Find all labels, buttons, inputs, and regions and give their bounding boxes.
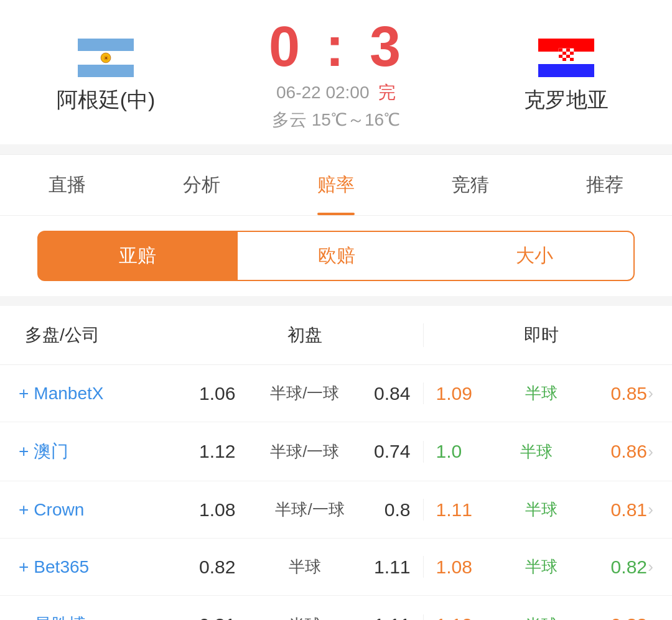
header-initial: 初盘 [187, 323, 423, 347]
realtime-right-crown: 0.81 [611, 499, 647, 521]
table-row: + Crown 1.08 半球/一球 0.8 1.11 半球 0.81 › [0, 481, 672, 539]
realtime-cell-macau[interactable]: 1.0 半球 0.86 › [423, 441, 660, 463]
match-status: 完 [378, 83, 396, 102]
initial-cell-manbetx: 1.06 半球/一球 0.84 [187, 382, 423, 404]
score-center: 0 : 3 06-22 02:00 完 多云 15℃～16℃ [187, 19, 485, 132]
company-cell-crown[interactable]: + Crown [12, 500, 187, 520]
realtime-cell-bet365[interactable]: 1.08 半球 0.82 › [423, 556, 660, 578]
sub-tab-section: 亚赔 欧赔 大小 [0, 216, 672, 296]
header-company: 多盘/公司 [12, 323, 187, 347]
team-away: 克罗地亚 [485, 36, 647, 114]
score-section: ☀ 阿根廷(中) 0 : 3 06-22 02:00 完 多云 15℃～16℃ [0, 0, 672, 144]
tab-recommend[interactable]: 推荐 [538, 155, 672, 215]
company-cell-yisibo[interactable]: + 易胜博 [12, 613, 187, 620]
initial-mid-yisibo: 半球 [289, 614, 321, 621]
table-header: 多盘/公司 初盘 即时 [0, 306, 672, 365]
initial-cell-yisibo: 0.81 半球 1.11 [187, 614, 423, 621]
svg-rect-22 [566, 58, 570, 61]
realtime-mid-macau: 半球 [520, 441, 553, 463]
match-weather: 多云 15℃～16℃ [272, 108, 400, 132]
realtime-right-yisibo: 0.83 [611, 614, 647, 620]
initial-mid-crown: 半球/一球 [275, 499, 344, 521]
realtime-cell-manbetx[interactable]: 1.09 半球 0.85 › [423, 382, 660, 404]
realtime-right-macau: 0.86 [611, 441, 647, 462]
arrow-icon-yisibo: › [648, 616, 653, 621]
table-row: + 澳门 1.12 半球/一球 0.74 1.0 半球 0.86 › [0, 422, 672, 481]
team-home: ☀ 阿根廷(中) [25, 36, 187, 114]
match-info: 06-22 02:00 完 [276, 81, 396, 104]
realtime-mid-bet365: 半球 [525, 556, 558, 578]
realtime-right-bet365: 0.82 [611, 557, 647, 578]
initial-right-manbetx: 0.84 [374, 383, 410, 404]
initial-right-crown: 0.8 [385, 499, 411, 521]
tab-odds[interactable]: 赔率 [269, 155, 403, 215]
svg-rect-6 [538, 64, 594, 77]
plus-icon: + [19, 442, 29, 461]
sub-tab-asian[interactable]: 亚赔 [37, 231, 238, 281]
realtime-mid-yisibo: 半球 [525, 614, 558, 621]
realtime-mid-crown: 半球 [525, 499, 558, 521]
sub-tab-size[interactable]: 大小 [436, 231, 635, 281]
svg-rect-16 [559, 55, 562, 58]
realtime-mid-manbetx: 半球 [525, 382, 558, 404]
score-away: 3 [370, 16, 403, 78]
plus-icon: + [19, 384, 29, 404]
initial-left-crown: 1.08 [199, 499, 235, 521]
tab-live[interactable]: 直播 [0, 155, 134, 215]
svg-rect-9 [562, 49, 566, 52]
tab-analysis[interactable]: 分析 [134, 155, 269, 215]
tab-navigation: 直播 分析 赔率 竞猜 推荐 [0, 154, 672, 216]
initial-left-macau: 1.12 [199, 441, 235, 462]
company-cell-macau[interactable]: + 澳门 [12, 440, 187, 463]
company-name-crown: Crown [34, 500, 84, 520]
company-name-manbetx: ManbetX [34, 384, 103, 404]
initial-right-macau: 0.74 [374, 441, 410, 462]
svg-text:☀: ☀ [103, 55, 109, 62]
company-name-bet365: Bet365 [34, 557, 89, 577]
company-cell-bet365[interactable]: + Bet365 [12, 557, 187, 577]
initial-cell-macau: 1.12 半球/一球 0.74 [187, 441, 423, 463]
svg-rect-20 [559, 58, 562, 61]
svg-rect-19 [570, 55, 574, 58]
svg-rect-23 [570, 58, 574, 61]
svg-rect-12 [559, 52, 562, 55]
table-row: + ManbetX 1.06 半球/一球 0.84 1.09 半球 0.85 › [0, 365, 672, 422]
initial-right-bet365: 1.11 [374, 557, 410, 578]
initial-cell-crown: 1.08 半球/一球 0.8 [187, 499, 423, 521]
divider-2 [0, 296, 672, 301]
svg-rect-13 [562, 52, 566, 55]
initial-left-manbetx: 1.06 [199, 383, 235, 404]
realtime-cell-yisibo[interactable]: 1.12 半球 0.83 › [423, 614, 660, 621]
table-row: + Bet365 0.82 半球 1.11 1.08 半球 0.82 › [0, 539, 672, 596]
odds-table: 多盘/公司 初盘 即时 + ManbetX 1.06 半球/一球 0.84 1.… [0, 306, 672, 620]
flag-argentina: ☀ [78, 36, 134, 80]
header-realtime: 即时 [423, 323, 660, 347]
divider-1 [0, 144, 672, 149]
realtime-right-manbetx: 0.85 [611, 383, 647, 404]
plus-icon: + [19, 500, 29, 520]
initial-cell-bet365: 0.82 半球 1.11 [187, 556, 423, 578]
score-home: 0 [269, 16, 302, 78]
company-cell-manbetx[interactable]: + ManbetX [12, 384, 187, 404]
initial-mid-bet365: 半球 [289, 556, 321, 578]
initial-right-yisibo: 1.11 [374, 614, 410, 620]
flag-croatia [538, 36, 594, 80]
sub-tab-european[interactable]: 欧赔 [238, 231, 436, 281]
initial-left-yisibo: 0.81 [199, 614, 235, 620]
company-name-macau: 澳门 [34, 440, 68, 463]
realtime-left-yisibo: 1.12 [436, 614, 472, 620]
initial-left-bet365: 0.82 [199, 557, 235, 578]
arrow-icon-crown: › [648, 500, 653, 519]
svg-rect-11 [570, 49, 574, 52]
tab-guess[interactable]: 竞猜 [403, 155, 538, 215]
initial-mid-manbetx: 半球/一球 [270, 382, 339, 404]
realtime-cell-crown[interactable]: 1.11 半球 0.81 › [423, 499, 660, 521]
plus-icon: + [19, 615, 29, 620]
realtime-left-manbetx: 1.09 [436, 383, 472, 404]
svg-rect-10 [566, 49, 570, 52]
team-away-name: 克罗地亚 [524, 86, 609, 114]
score-display: 0 : 3 [269, 19, 403, 75]
svg-rect-8 [559, 49, 562, 52]
company-name-yisibo: 易胜博 [34, 613, 86, 620]
realtime-left-bet365: 1.08 [436, 557, 472, 578]
